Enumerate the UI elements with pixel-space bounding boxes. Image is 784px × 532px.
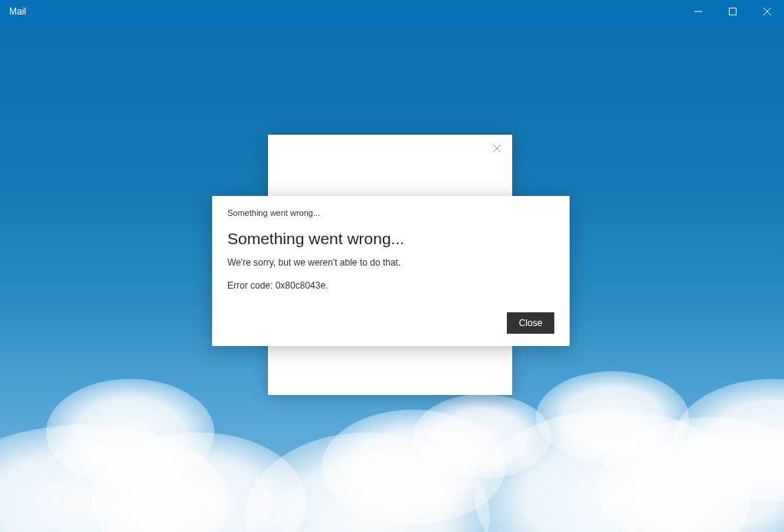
svg-rect-1 [729, 8, 736, 15]
window-controls [681, 0, 784, 23]
dialog-error-code: Error code: 0x80c8043e. [227, 280, 554, 291]
error-dialog: Something went wrong... Something went w… [212, 196, 570, 346]
titlebar: Mail [0, 0, 784, 23]
dialog-message: We're sorry, but we weren't able to do t… [227, 257, 554, 268]
minimize-icon [694, 8, 702, 15]
close-icon [763, 8, 771, 15]
minimize-button[interactable] [681, 0, 715, 23]
close-button[interactable]: Close [507, 312, 554, 334]
close-window-button[interactable] [750, 0, 784, 23]
dialog-caption: Something went wrong... [227, 208, 554, 217]
close-icon [493, 145, 501, 152]
app-title: Mail [9, 6, 26, 17]
maximize-icon [729, 8, 737, 15]
underlying-dialog-close-button[interactable] [489, 141, 505, 156]
maximize-button[interactable] [715, 0, 750, 23]
dialog-heading: Something went wrong... [227, 230, 554, 248]
